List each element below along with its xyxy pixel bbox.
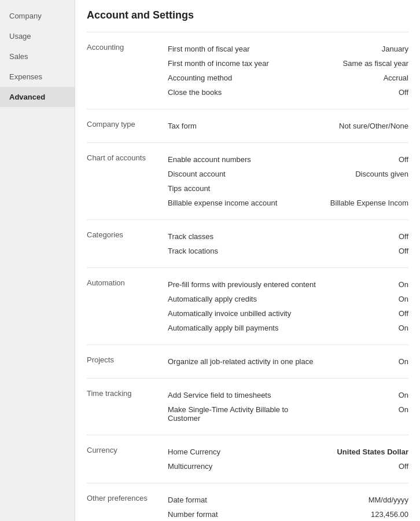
section-row-automation: AutomationPre-fill forms with previously… [87, 275, 408, 337]
section-content-accounting: First month of fiscal yearJanuaryFirst m… [168, 42, 408, 100]
setting-name-chart-of-accounts-0: Enable account numbers [168, 155, 316, 164]
setting-value-accounting-1: Same as fiscal year [316, 59, 408, 68]
section-accounting: AccountingFirst month of fiscal yearJanu… [87, 32, 408, 109]
section-row-categories: CategoriesTrack classesOffTrack location… [87, 227, 408, 260]
setting-row-accounting-2: Accounting methodAccrual [168, 71, 408, 85]
section-row-company-type: Company typeTax formNot sure/Other/None [87, 116, 408, 135]
section-content-currency: Home CurrencyUnited States DollarMulticu… [168, 445, 408, 474]
setting-row-accounting-0: First month of fiscal yearJanuary [168, 42, 408, 56]
setting-value-other-preferences-0: MM/dd/yyyy [316, 496, 408, 504]
setting-value-chart-of-accounts-0: Off [316, 155, 408, 164]
setting-name-time-tracking-0: Add Service field to timesheets [168, 391, 316, 399]
setting-value-currency-1: Off [316, 462, 408, 471]
section-content-time-tracking: Add Service field to timesheetsOnMake Si… [168, 388, 408, 425]
setting-row-categories-1: Track locationsOff [168, 244, 408, 258]
sidebar-item-usage[interactable]: Usage [0, 26, 75, 46]
setting-name-categories-1: Track locations [168, 247, 316, 255]
setting-row-chart-of-accounts-2: Tips account [168, 181, 408, 196]
setting-row-chart-of-accounts-0: Enable account numbersOff [168, 152, 408, 167]
setting-name-currency-1: Multicurrency [168, 462, 316, 471]
setting-value-chart-of-accounts-3: Billable Expense Incom [316, 199, 408, 207]
section-row-other-preferences: Other preferencesDate formatMM/dd/yyyyNu… [87, 490, 408, 521]
sidebar: CompanyUsageSalesExpensesAdvanced [0, 0, 75, 521]
setting-name-chart-of-accounts-2: Tips account [168, 184, 316, 193]
section-label-other-preferences: Other preferences [87, 493, 168, 502]
setting-name-automation-0: Pre-fill forms with previously entered c… [168, 280, 316, 289]
sidebar-item-expenses[interactable]: Expenses [0, 67, 75, 87]
setting-name-categories-0: Track classes [168, 232, 316, 241]
setting-name-accounting-0: First month of fiscal year [168, 45, 316, 53]
section-currency: CurrencyHome CurrencyUnited States Dolla… [87, 435, 408, 483]
setting-name-accounting-3: Close the books [168, 88, 316, 97]
setting-row-accounting-3: Close the booksOff [168, 85, 408, 100]
setting-value-categories-1: Off [316, 247, 408, 255]
setting-name-projects-0: Organize all job-related activity in one… [168, 357, 316, 366]
setting-row-categories-0: Track classesOff [168, 229, 408, 244]
setting-name-accounting-2: Accounting method [168, 74, 316, 82]
setting-value-accounting-0: January [316, 45, 408, 53]
section-content-automation: Pre-fill forms with previously entered c… [168, 277, 408, 335]
setting-row-chart-of-accounts-1: Discount accountDiscounts given [168, 167, 408, 181]
setting-value-accounting-3: Off [316, 88, 408, 97]
setting-name-currency-0: Home Currency [168, 447, 316, 456]
setting-name-other-preferences-0: Date format [168, 496, 316, 504]
setting-row-projects-0: Organize all job-related activity in one… [168, 354, 408, 369]
setting-value-automation-0: On [316, 280, 408, 289]
setting-value-time-tracking-1: On [316, 405, 408, 423]
section-automation: AutomationPre-fill forms with previously… [87, 267, 408, 344]
setting-row-currency-1: MulticurrencyOff [168, 459, 408, 474]
setting-value-automation-3: On [316, 324, 408, 332]
page-title: Account and Settings [87, 9, 408, 21]
setting-name-other-preferences-1: Number format [168, 510, 316, 519]
section-label-accounting: Accounting [87, 42, 168, 52]
setting-value-projects-0: On [316, 357, 408, 366]
section-categories: CategoriesTrack classesOffTrack location… [87, 219, 408, 267]
section-company-type: Company typeTax formNot sure/Other/None [87, 109, 408, 142]
setting-value-automation-2: Off [316, 309, 408, 318]
setting-row-automation-0: Pre-fill forms with previously entered c… [168, 277, 408, 292]
setting-name-company-type-0: Tax form [168, 122, 316, 130]
section-content-chart-of-accounts: Enable account numbersOffDiscount accoun… [168, 152, 408, 210]
sidebar-item-company[interactable]: Company [0, 6, 75, 26]
setting-value-chart-of-accounts-2 [316, 184, 408, 193]
section-time-tracking: Time trackingAdd Service field to timesh… [87, 378, 408, 435]
setting-row-currency-0: Home CurrencyUnited States Dollar [168, 445, 408, 459]
setting-value-categories-0: Off [316, 232, 408, 241]
setting-name-time-tracking-1: Make Single-Time Activity Billable to Cu… [168, 405, 316, 423]
setting-name-automation-1: Automatically apply credits [168, 295, 316, 303]
section-content-categories: Track classesOffTrack locationsOff [168, 229, 408, 258]
setting-row-time-tracking-0: Add Service field to timesheetsOn [168, 388, 408, 402]
setting-name-automation-2: Automatically invoice unbilled activity [168, 309, 316, 318]
section-row-accounting: AccountingFirst month of fiscal yearJanu… [87, 39, 408, 102]
section-content-other-preferences: Date formatMM/dd/yyyyNumber format123,45… [168, 493, 408, 521]
setting-name-accounting-1: First month of income tax year [168, 59, 316, 68]
setting-value-chart-of-accounts-1: Discounts given [316, 170, 408, 178]
section-row-time-tracking: Time trackingAdd Service field to timesh… [87, 386, 408, 428]
setting-row-automation-2: Automatically invoice unbilled activityO… [168, 306, 408, 321]
setting-row-other-preferences-0: Date formatMM/dd/yyyy [168, 493, 408, 507]
section-other-preferences: Other preferencesDate formatMM/dd/yyyyNu… [87, 483, 408, 521]
section-row-chart-of-accounts: Chart of accountsEnable account numbersO… [87, 150, 408, 212]
sidebar-item-advanced[interactable]: Advanced [0, 87, 75, 107]
section-label-projects: Projects [87, 354, 168, 364]
section-label-chart-of-accounts: Chart of accounts [87, 152, 168, 162]
section-chart-of-accounts: Chart of accountsEnable account numbersO… [87, 142, 408, 219]
section-row-currency: CurrencyHome CurrencyUnited States Dolla… [87, 442, 408, 476]
section-content-company-type: Tax formNot sure/Other/None [168, 119, 408, 133]
setting-value-currency-0: United States Dollar [316, 447, 408, 456]
section-label-categories: Categories [87, 229, 168, 239]
setting-name-chart-of-accounts-1: Discount account [168, 170, 316, 178]
section-content-projects: Organize all job-related activity in one… [168, 354, 408, 369]
section-label-company-type: Company type [87, 119, 168, 129]
setting-value-accounting-2: Accrual [316, 74, 408, 82]
sidebar-item-sales[interactable]: Sales [0, 46, 75, 67]
setting-row-company-type-0: Tax formNot sure/Other/None [168, 119, 408, 133]
setting-name-chart-of-accounts-3: Billable expense income account [168, 199, 316, 207]
setting-name-automation-3: Automatically apply bill payments [168, 324, 316, 332]
section-row-projects: ProjectsOrganize all job-related activit… [87, 352, 408, 371]
app-layout: CompanyUsageSalesExpensesAdvanced Accoun… [0, 0, 420, 521]
setting-row-automation-3: Automatically apply bill paymentsOn [168, 321, 408, 335]
setting-value-other-preferences-1: 123,456.00 [316, 510, 408, 519]
setting-value-time-tracking-0: On [316, 391, 408, 399]
main-content: Account and Settings AccountingFirst mon… [75, 0, 420, 521]
